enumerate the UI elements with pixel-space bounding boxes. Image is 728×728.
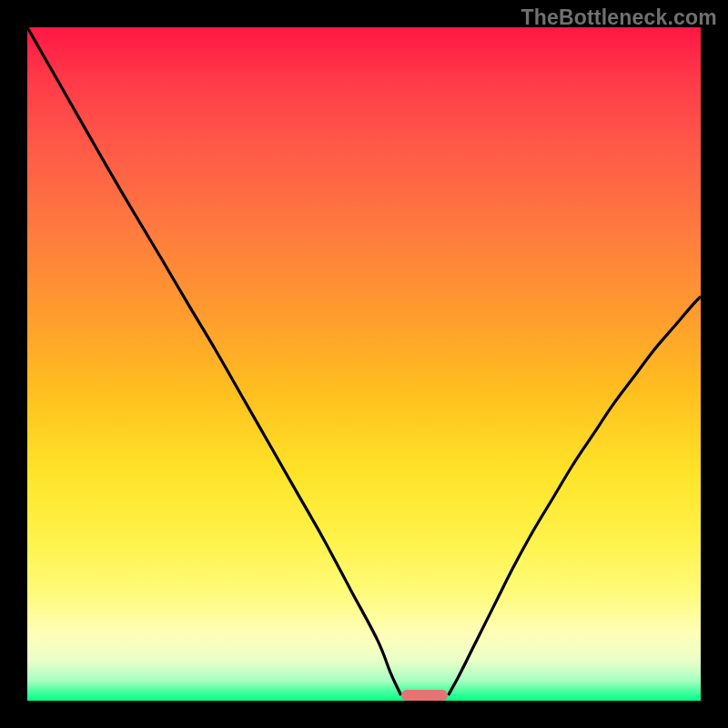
chart-frame: TheBottleneck.com [0,0,728,728]
curve-right-branch [449,297,702,695]
optimal-marker [401,690,449,701]
plot-area [27,27,701,701]
bottleneck-curve [27,27,701,701]
curve-left-branch [27,27,401,695]
watermark-text: TheBottleneck.com [521,5,717,30]
